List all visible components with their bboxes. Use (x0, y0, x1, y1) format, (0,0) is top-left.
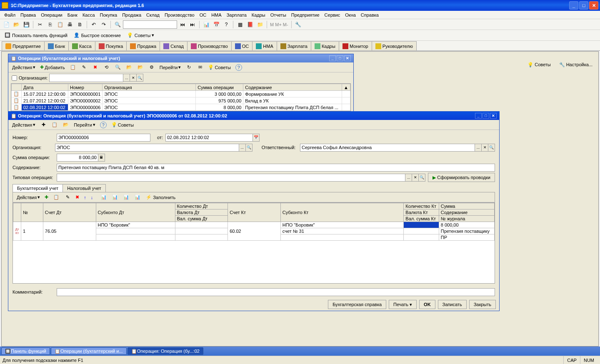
op-tips-button[interactable]: 💡Советы (109, 121, 136, 129)
entry-row[interactable]: ДтКт 1 76.05 НПО "Боровик" 60.02 НПО "Бо… (13, 222, 495, 228)
tab-sell[interactable]: Продажа (126, 41, 160, 50)
menu-os[interactable]: ОС (197, 12, 209, 18)
date-picker-icon[interactable]: 📅 (253, 134, 260, 142)
grid-icon[interactable]: ▦ (235, 20, 245, 29)
list-add-button[interactable]: ✚Добавить (38, 63, 67, 72)
op-tb-1[interactable]: ✚ (38, 121, 49, 129)
inner-i4[interactable]: 📊 (132, 193, 143, 202)
menu-reports[interactable]: Отчеты (268, 12, 289, 18)
list-tb-6[interactable]: 📂 (124, 63, 135, 72)
menu-nma[interactable]: НМА (209, 12, 224, 18)
list-tb-10[interactable]: ✉ (195, 63, 205, 72)
typical-input[interactable] (57, 174, 405, 182)
inner-add[interactable]: ✚ (42, 193, 50, 202)
tab-salary[interactable]: Зарплата (277, 41, 311, 50)
inner-fill[interactable]: ⚡Заполнить (143, 193, 178, 202)
preview-icon[interactable]: 🗎 (75, 20, 85, 29)
list-tb-9[interactable]: ↻ (183, 63, 194, 72)
tab-nu[interactable]: Налоговый учет (62, 184, 106, 192)
op-min-button[interactable]: _ (475, 113, 482, 119)
tab-production[interactable]: Производство (187, 41, 232, 50)
tab-hr[interactable]: Кадры (311, 41, 339, 50)
task-panel[interactable]: 🔲 Панель функций (1, 347, 50, 355)
menu-sell[interactable]: Продажа (120, 12, 144, 18)
op-max-button[interactable]: □ (482, 113, 489, 119)
close-button[interactable]: ✕ (589, 1, 598, 10)
list-tb-5[interactable]: 🔍 (112, 63, 123, 72)
settings-link[interactable]: 🔧Настройка... (557, 60, 595, 69)
task-operation[interactable]: 📋 Операция: Операция (бу...:02 (128, 347, 203, 355)
calc-icon[interactable]: 📊 (202, 20, 211, 29)
menu-service[interactable]: Сервис (322, 12, 343, 18)
number-input[interactable] (57, 134, 150, 142)
col-sum[interactable]: Сумма операции (196, 84, 243, 91)
inner-down[interactable]: ↓ (89, 193, 95, 202)
typical-search[interactable]: 🔍 (419, 174, 425, 182)
menu-buy[interactable]: Покупка (98, 12, 120, 18)
list-tb-3[interactable]: ✖ (90, 63, 101, 72)
tab-sklad[interactable]: Склад (160, 41, 188, 50)
col-date[interactable]: Дата (22, 84, 68, 91)
ok-button[interactable]: OK (419, 300, 435, 309)
inner-i1[interactable]: 📊 (98, 193, 109, 202)
col-num[interactable]: Номер (68, 84, 102, 91)
search-prev-icon[interactable]: ⏮ (178, 20, 187, 29)
form-entries-button[interactable]: ▶Сформировать проводки (428, 173, 495, 182)
op-actions-button[interactable]: Действия ▾ (10, 121, 38, 129)
entries-grid[interactable]: № Счет Дт Субконто Дт Количество Дт Счет… (12, 202, 495, 284)
list-tb-7[interactable]: 📂 (135, 63, 146, 72)
book-icon[interactable]: 📕 (245, 20, 255, 29)
menu-windows[interactable]: Окна (342, 12, 358, 18)
list-help-button[interactable]: ? (233, 63, 244, 72)
tab-enterprise[interactable]: Предприятие (2, 41, 45, 50)
org-filter-select[interactable]: ... (123, 74, 130, 82)
print-button[interactable]: Печать ▾ (389, 300, 417, 309)
report-button[interactable]: Бухгалтерская справка (328, 300, 386, 309)
list-tb-2[interactable]: ✎ (79, 63, 90, 72)
menu-hr[interactable]: Кадры (249, 12, 268, 18)
maximize-button[interactable]: □ (579, 1, 588, 10)
op-close-button[interactable]: ✕ (490, 113, 497, 119)
menu-kassa[interactable]: Касса (80, 12, 98, 18)
op-help-button[interactable]: ? (98, 121, 109, 129)
menu-operations[interactable]: Операции (38, 12, 65, 18)
tips-link[interactable]: 💡Советы (525, 60, 553, 69)
list-actions-button[interactable]: Действия ▾ (10, 63, 38, 72)
menu-production[interactable]: Производство (162, 12, 197, 18)
col-scroll[interactable]: ▲ (342, 84, 350, 91)
tab-manager[interactable]: Руководителю (372, 41, 417, 50)
tab-bank[interactable]: Банк (44, 41, 69, 50)
inner-copy[interactable]: 📋 (51, 193, 62, 202)
inner-i2[interactable]: 📊 (110, 193, 120, 202)
tips-button[interactable]: 💡Советы ▾ (124, 31, 157, 40)
open-icon[interactable]: 📂 (12, 20, 21, 29)
resp-search[interactable]: 🔍 (488, 144, 495, 152)
list-max-button[interactable]: □ (337, 55, 343, 61)
paste-icon[interactable]: 📋 (55, 20, 65, 29)
resp-select[interactable]: ... (475, 144, 482, 152)
tab-bu[interactable]: Бухгалтерский учет (12, 184, 63, 192)
folder-icon[interactable]: 📁 (255, 20, 265, 29)
save-button[interactable]: Записать (438, 300, 467, 309)
calc-icon[interactable]: 🖩 (98, 154, 105, 162)
tab-buy[interactable]: Покупка (95, 41, 127, 50)
quick-start-button[interactable]: 👤Быстрое освоение (71, 31, 123, 40)
cut-icon[interactable]: ✂ (35, 20, 45, 29)
op-goto-button[interactable]: Перейти ▾ (72, 121, 98, 129)
inner-edit[interactable]: ✎ (62, 193, 73, 202)
close-button[interactable]: Закрыть (469, 300, 496, 309)
show-panel-button[interactable]: 🔲Показать панель функций (2, 31, 70, 40)
list-tips-button[interactable]: 💡Советы (206, 63, 232, 72)
list-goto-button[interactable]: Перейти ▾ (158, 63, 183, 72)
op-tb-2[interactable]: 📋 (49, 121, 60, 129)
tab-nma[interactable]: НМА (252, 41, 277, 50)
comment-input[interactable] (57, 288, 495, 296)
minimize-button[interactable]: _ (569, 1, 578, 10)
grid-row[interactable]: 📋21.07.2012 12:00:02ЭПО00000002ЭПОС975 0… (12, 97, 350, 104)
org-search[interactable]: 🔍 (246, 144, 252, 152)
list-tb-1[interactable]: 📋 (68, 63, 78, 72)
date-input[interactable] (165, 134, 253, 142)
inner-actions[interactable]: Действия ▾ (15, 193, 42, 202)
list-min-button[interactable]: _ (329, 55, 336, 61)
resp-input[interactable] (300, 144, 475, 152)
